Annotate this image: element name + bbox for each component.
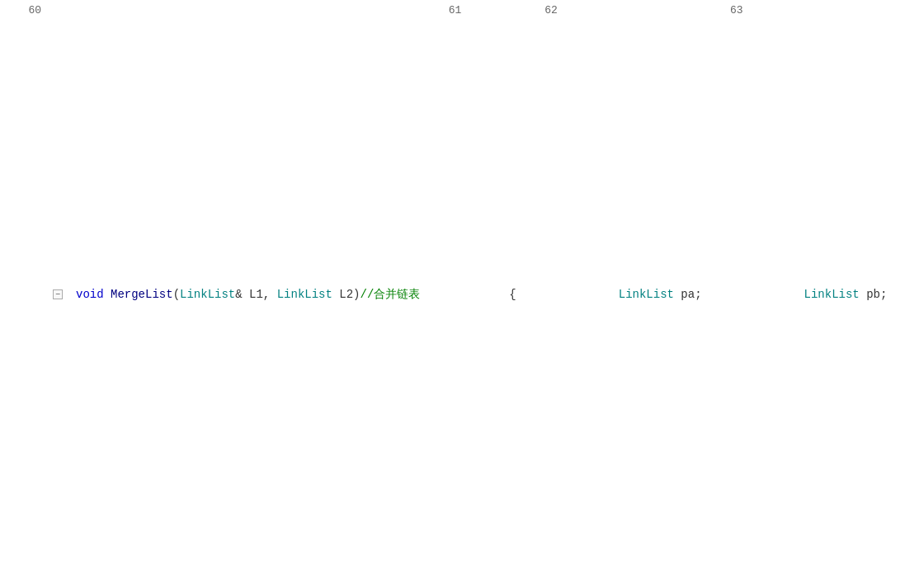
- code-content: void MergeList(LinkList& L1, LinkList L2…: [76, 0, 420, 588]
- line-number: 62: [516, 0, 566, 588]
- token-type: LinkList: [180, 288, 235, 301]
- token-container: void MergeList(LinkList& L1, LinkList L2…: [76, 284, 420, 305]
- token-comment: //合并链表: [361, 288, 421, 301]
- token-type: LinkList: [804, 288, 860, 301]
- code-line-64: 64LinkList pc;/*重构后的*/: [887, 0, 905, 588]
- token-punct: pa;: [674, 288, 702, 301]
- token-container: {: [509, 284, 516, 305]
- code-editor: 60−void MergeList(LinkList& L1, LinkList…: [0, 0, 905, 588]
- token-kw: void: [76, 288, 111, 301]
- line-number: 61: [420, 0, 469, 588]
- code-line-63: 63LinkList pb;: [702, 0, 888, 588]
- token-container: LinkList pb;: [804, 284, 888, 305]
- token-punct: {: [509, 288, 516, 301]
- code-content: LinkList pb;: [778, 0, 888, 588]
- code-line-60: 60−void MergeList(LinkList& L1, LinkList…: [0, 0, 420, 588]
- line-number: 64: [887, 0, 905, 588]
- token-punct: pb;: [860, 288, 888, 301]
- code-line-62: 62LinkList pa;: [516, 0, 702, 588]
- token-container: LinkList pa;: [619, 284, 702, 305]
- line-number: 60: [0, 0, 49, 588]
- token-punct: (: [173, 288, 180, 301]
- code-content: {: [496, 0, 516, 588]
- fold-cell: [469, 0, 486, 588]
- fold-cell: [566, 0, 582, 588]
- line-number: 63: [702, 0, 752, 588]
- token-type: LinkList: [277, 288, 332, 301]
- fold-cell: [752, 0, 768, 588]
- token-punct: L2): [332, 288, 361, 301]
- token-punct: & L1,: [235, 288, 276, 301]
- fold-cell: −: [49, 0, 66, 588]
- code-line-61: 61{: [420, 0, 516, 588]
- code-content: LinkList pa;: [592, 0, 702, 588]
- token-type: LinkList: [619, 288, 674, 301]
- fold-button[interactable]: −: [53, 289, 63, 299]
- token-fn: MergeList: [111, 288, 173, 301]
